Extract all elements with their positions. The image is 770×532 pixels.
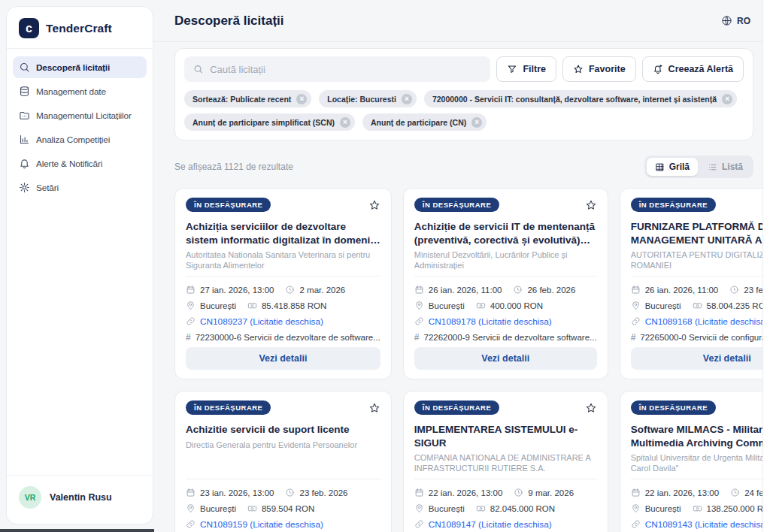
published-date: 23 ian. 2026, 13:00 [200, 488, 274, 497]
tender-title: FURNIZARE PLATFORMĂ DE MANAGEMENT UNITAR… [631, 220, 762, 246]
active-filter-chips: Sortează: Publicate recent × Locație: Bu… [184, 90, 744, 131]
filter-chip: Anunț de participare (CN) × [362, 113, 487, 131]
tender-link[interactable]: CN1089237 (Licitatie deschisa) [200, 316, 323, 327]
tender-link[interactable]: CN1089147 (Licitatie deschisa) [429, 519, 552, 530]
results-count: Se afișează 1121 de rezultate [174, 162, 293, 172]
tender-card: ÎN DESFĂȘURARE FURNIZARE PLATFORMĂ DE MA… [620, 188, 762, 379]
main-area: Descoperă licitații RO Filtre Favorite [153, 0, 762, 532]
tender-title: Software MILMACS - Military Multimedia A… [631, 423, 762, 449]
grid-icon [655, 162, 665, 172]
tender-card: ÎN DESFĂȘURARE Achizitie servicii de sup… [174, 391, 392, 532]
tender-city: București [645, 504, 681, 513]
link-icon [186, 316, 196, 326]
sidebar-nav: Descoperă licitații Management date Mana… [7, 49, 153, 206]
remove-filter-icon[interactable]: × [296, 94, 307, 104]
banknote-icon [476, 503, 486, 513]
banknote-icon [476, 301, 486, 310]
window-bottom-edge [0, 529, 154, 532]
remove-filter-icon[interactable]: × [340, 117, 350, 128]
tender-value: 85.418.858 RON [262, 301, 326, 310]
tender-value: 58.004.235 RON [707, 301, 762, 310]
location-pin-icon [631, 503, 641, 513]
sidebar-item-management-date[interactable]: Management date [13, 80, 147, 102]
sidebar-item-analiza-competitiei[interactable]: Analiza Competiției [13, 128, 147, 150]
tender-title: IMPLEMENTAREA SISTEMULUI e-SIGUR [414, 423, 597, 449]
tender-link[interactable]: CN1089159 (Licitatie deschisa) [200, 519, 323, 530]
page-title: Descoperă licitații [174, 14, 284, 29]
calendar-icon [631, 285, 641, 295]
details-button[interactable]: Vezi detalii [631, 347, 762, 370]
tender-authority: Ministerul Dezvoltării, Lucrărilor Publi… [414, 249, 597, 271]
tender-cpv: 72230000-6 Servicii de dezvoltare de sof… [196, 333, 380, 342]
favorite-star-icon[interactable] [368, 199, 380, 211]
favorite-star-icon[interactable] [585, 402, 597, 414]
remove-filter-icon[interactable]: × [722, 94, 732, 104]
tender-city: București [200, 301, 236, 310]
calendar-icon [186, 285, 196, 295]
calendar-icon [631, 488, 641, 497]
hash-icon: # [186, 332, 191, 343]
sidebar-item-setari[interactable]: Setări [13, 177, 147, 198]
calendar-icon [186, 488, 196, 497]
tender-value: 859.504 RON [262, 504, 314, 513]
favorites-button[interactable]: Favorite [562, 56, 636, 82]
sidebar-item-label: Managementul Licitațiilor [36, 110, 132, 121]
tender-city: București [200, 504, 236, 513]
deadline-date: 23 feb. 2026 [299, 488, 347, 497]
globe-icon [721, 15, 732, 26]
tender-card: ÎN DESFĂȘURARE Software MILMACS - Milita… [620, 391, 762, 532]
filter-chip: 72000000 - Servicii IT: consultanță, dez… [424, 90, 737, 107]
user-profile[interactable]: VR Valentin Rusu [7, 475, 153, 524]
database-icon [19, 86, 30, 97]
location-pin-icon [186, 301, 196, 310]
deadline-date: 23 feb. 2026 [744, 286, 762, 295]
sidebar-item-descopera-licitatii[interactable]: Descoperă licitații [13, 56, 147, 78]
details-button[interactable]: Vezi detalii [186, 347, 380, 370]
sidebar-item-alerte-notificari[interactable]: Alerte & Notificări [13, 153, 147, 174]
status-badge: ÎN DESFĂȘURARE [186, 198, 271, 212]
banknote-icon [247, 301, 257, 310]
language-selector[interactable]: RO [721, 15, 750, 26]
remove-filter-icon[interactable]: × [402, 94, 412, 104]
tender-card: ÎN DESFĂȘURARE IMPLEMENTAREA SISTEMULUI … [403, 391, 608, 532]
scrollbar[interactable] [762, 0, 770, 532]
filter-chip: Anunț de participare simplificat (SCN) × [184, 113, 355, 131]
status-badge: ÎN DESFĂȘURARE [631, 198, 716, 212]
sidebar-item-label: Alerte & Notificări [36, 159, 102, 169]
tender-title: Achiziție de servicii IT de mentenanță (… [414, 220, 597, 246]
published-date: 26 ian. 2026, 11:00 [645, 286, 719, 295]
link-icon [631, 519, 641, 529]
filters-button[interactable]: Filtre [496, 56, 556, 82]
tender-city: București [429, 301, 465, 310]
banknote-icon [693, 503, 702, 513]
calendar-icon [414, 488, 424, 497]
favorite-star-icon[interactable] [368, 402, 380, 414]
deadline-date: 26 feb. 2026 [527, 286, 575, 295]
status-badge: ÎN DESFĂȘURARE [414, 198, 499, 212]
tender-link[interactable]: CN1089178 (Licitatie deschisa) [429, 316, 552, 327]
details-button[interactable]: Vezi detalii [414, 347, 597, 370]
hash-icon: # [414, 332, 420, 343]
location-pin-icon [186, 503, 196, 513]
location-pin-icon [414, 503, 424, 513]
search-input[interactable] [210, 64, 481, 75]
status-badge: ÎN DESFĂȘURARE [414, 401, 499, 415]
remove-filter-icon[interactable]: × [471, 117, 482, 128]
tender-link[interactable]: CN1089143 (Licitatie deschisa) [645, 519, 762, 530]
create-alert-button[interactable]: Creează Alertă [642, 56, 744, 82]
status-badge: ÎN DESFĂȘURARE [186, 401, 271, 415]
tender-card: ÎN DESFĂȘURARE Achiziția serviciilor de … [174, 188, 392, 379]
calendar-icon [414, 285, 424, 295]
sidebar-item-label: Setări [36, 183, 59, 193]
favorite-star-icon[interactable] [585, 199, 597, 211]
view-grid-button[interactable]: Grilă [647, 158, 698, 176]
view-list-button[interactable]: Listă [699, 158, 751, 176]
sidebar-item-managementul-licitatiilor[interactable]: Managementul Licitațiilor [13, 104, 147, 126]
link-icon [414, 519, 424, 529]
search-input-wrapper [184, 56, 490, 82]
app-name: TenderCraft [46, 22, 112, 35]
published-date: 26 ian. 2026, 11:00 [429, 286, 502, 295]
tender-value: 138.250.000 RON [707, 504, 762, 513]
tender-link[interactable]: CN1089168 (Licitatie deschisa) [645, 316, 762, 327]
search-icon [19, 62, 30, 73]
